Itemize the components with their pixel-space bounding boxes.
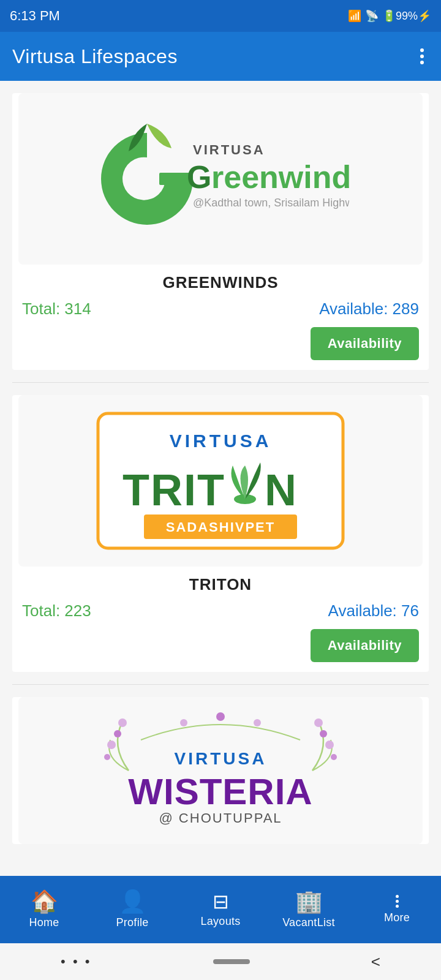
svg-text:reenwinds: reenwinds: [211, 159, 349, 195]
svg-text:SADASHIVPET: SADASHIVPET: [166, 519, 275, 535]
system-home-button[interactable]: [213, 959, 250, 964]
profile-icon: 👤: [119, 891, 146, 913]
greenwinds-btn-row: Availability: [12, 325, 429, 370]
nav-item-more[interactable]: More: [353, 889, 441, 930]
vacantlist-icon: 🏢: [295, 891, 323, 913]
svg-point-14: [114, 730, 121, 737]
svg-text:VIRTUSA: VIRTUSA: [170, 431, 272, 451]
greenwinds-available: Available: 289: [319, 300, 419, 318]
svg-point-16: [104, 754, 110, 760]
layouts-icon: ⊟: [213, 892, 229, 911]
svg-text:VIRTUSA: VIRTUSA: [175, 749, 267, 768]
svg-point-22: [216, 712, 225, 721]
divider-1: [12, 382, 429, 383]
nav-item-profile[interactable]: 👤 Profile: [88, 884, 176, 935]
status-bar: 6:13 PM 📶 📡 🔋99%⚡: [0, 0, 441, 32]
greenwinds-stats: Total: 314 Available: 289: [12, 297, 429, 325]
nav-label-home: Home: [29, 916, 59, 929]
svg-text:N: N: [265, 466, 298, 514]
triton-logo-svg: VIRTUSA TRIT N SADASHIVPET: [92, 407, 349, 554]
system-back-button[interactable]: <: [371, 952, 380, 971]
triton-logo-container: VIRTUSA TRIT N SADASHIVPET: [18, 395, 423, 567]
divider-2: [12, 684, 429, 685]
home-icon: 🏠: [31, 891, 58, 913]
svg-text:@Kadthal town, Srisailam Highw: @Kadthal town, Srisailam Highway: [193, 197, 349, 209]
battery-icon: 🔋99%⚡: [382, 9, 431, 23]
triton-availability-button[interactable]: Availability: [311, 629, 419, 662]
svg-point-18: [320, 730, 327, 737]
nav-label-layouts: Layouts: [200, 915, 240, 928]
greenwinds-logo-container: VIRTUSA G reenwinds @Kadthal town, Srisa…: [18, 93, 423, 265]
status-icons: 📶 📡 🔋99%⚡: [348, 9, 431, 23]
triton-total: Total: 223: [22, 601, 91, 620]
greenwinds-total: Total: 314: [22, 300, 91, 318]
greenwinds-logo-svg: VIRTUSA G reenwinds @Kadthal town, Srisa…: [92, 111, 349, 246]
more-menu-button[interactable]: [415, 43, 429, 69]
signal-icon: 📶: [348, 9, 361, 23]
nav-item-vacantlist[interactable]: 🏢 VacantList: [265, 884, 353, 935]
nav-item-layouts[interactable]: ⊟ Layouts: [176, 886, 265, 934]
triton-stats: Total: 223 Available: 76: [12, 599, 429, 627]
svg-point-23: [254, 719, 261, 726]
wisteria-logo-container: VIRTUSA WISTERIA @ CHOUTUPPAL: [18, 697, 423, 844]
svg-point-21: [180, 719, 187, 726]
nav-label-profile: Profile: [116, 916, 148, 929]
svg-point-13: [118, 718, 127, 727]
property-card-triton: VIRTUSA TRIT N SADASHIVPET TRITON Total:…: [12, 395, 429, 672]
svg-text:VIRTUSA: VIRTUSA: [193, 142, 265, 157]
triton-name: TRITON: [12, 567, 429, 599]
greenwinds-name: GREENWINDS: [12, 265, 429, 297]
nav-label-vacantlist: VacantList: [282, 916, 335, 929]
svg-point-15: [107, 741, 116, 749]
system-dots-button[interactable]: • • •: [61, 954, 91, 970]
greenwinds-availability-button[interactable]: Availability: [311, 327, 419, 360]
app-title: Virtusa Lifespaces: [12, 45, 178, 68]
wisteria-logo-svg: VIRTUSA WISTERIA @ CHOUTUPPAL: [92, 703, 349, 838]
wifi-icon: 📡: [365, 9, 379, 23]
content-area: VIRTUSA G reenwinds @Kadthal town, Srisa…: [0, 81, 441, 876]
bottom-navigation: 🏠 Home 👤 Profile ⊟ Layouts 🏢 VacantList …: [0, 876, 441, 943]
property-card-wisteria: VIRTUSA WISTERIA @ CHOUTUPPAL: [12, 697, 429, 844]
system-navigation-bar: • • • <: [0, 943, 441, 980]
triton-btn-row: Availability: [12, 627, 429, 672]
svg-text:G: G: [187, 159, 211, 195]
svg-point-20: [331, 754, 337, 760]
more-nav-icon: [396, 895, 399, 908]
svg-point-17: [314, 718, 323, 727]
nav-item-home[interactable]: 🏠 Home: [0, 884, 88, 935]
triton-available: Available: 76: [328, 601, 419, 620]
svg-text:@ CHOUTUPPAL: @ CHOUTUPPAL: [159, 810, 282, 826]
svg-point-19: [325, 741, 334, 749]
status-time: 6:13 PM: [10, 8, 60, 24]
svg-text:TRIT: TRIT: [123, 466, 225, 514]
nav-label-more: More: [384, 911, 410, 924]
property-card-greenwinds: VIRTUSA G reenwinds @Kadthal town, Srisa…: [12, 93, 429, 370]
svg-text:WISTERIA: WISTERIA: [128, 771, 312, 812]
app-bar: Virtusa Lifespaces: [0, 32, 441, 81]
